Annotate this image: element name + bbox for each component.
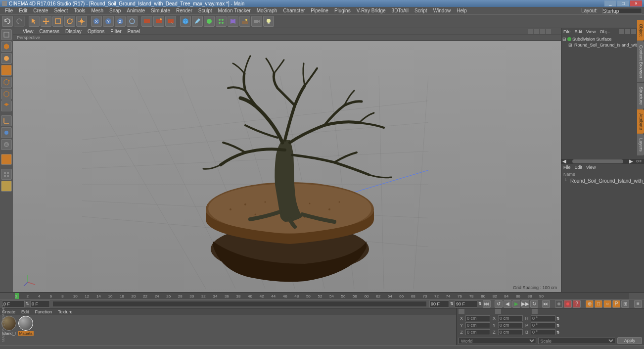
menu-help[interactable]: Help [454,8,470,13]
array-button[interactable] [216,16,227,27]
timeline[interactable]: 0246810121416182022242628303234363840424… [0,292,644,299]
vp-menu-panel[interactable]: Panel [128,29,140,34]
menu-animate[interactable]: Animate [124,8,148,13]
menu-mesh[interactable]: Mesh [89,8,106,13]
coord-world-select[interactable]: World [459,338,536,344]
y-axis-button[interactable]: Y [103,16,114,27]
menu-3dtoall[interactable]: 3DToAll [389,8,412,13]
coord-scale-select[interactable]: Scale [538,338,616,344]
layer-tab-edit[interactable]: Edit [575,165,583,170]
record-button[interactable] [555,300,563,308]
close-button[interactable]: × [630,0,642,6]
menu-snap[interactable]: Snap [106,8,124,13]
menu-window[interactable]: Window [430,8,454,13]
obj-tab-edit[interactable]: Edit [575,29,583,34]
coord-field[interactable] [465,322,490,328]
goto-end-button[interactable]: ⏭ [542,300,550,308]
next-key-button[interactable]: ↻ [530,300,538,308]
frame-end-field[interactable] [429,300,449,307]
spinner-icon[interactable]: ⇅ [556,330,561,335]
snap-button[interactable]: S [1,139,12,150]
vp-menu-cameras[interactable]: Cameras [40,29,60,34]
mat-tab-function[interactable]: Function [35,309,52,314]
side-tab-layers[interactable]: Layers [637,134,644,155]
side-tab-structure[interactable]: Structure [637,83,644,109]
home-icon[interactable] [625,29,630,34]
coord-field[interactable] [465,315,490,321]
menu-simulate[interactable]: Simulate [148,8,173,13]
menu-mograph[interactable]: MoGraph [254,8,280,13]
light-button[interactable] [263,16,274,27]
key-pos-button[interactable]: ⊕ [586,300,594,308]
frame-current-field[interactable] [30,300,50,307]
render-picture-button[interactable] [153,16,164,27]
spinner-icon[interactable]: ⇅ [556,316,561,321]
prev-key-button[interactable]: ↺ [495,300,503,308]
layout-select[interactable]: Startup [602,8,642,14]
object-item-island[interactable]: ⊞ Round_Soil_Ground_Island_with_Dead [562,42,643,48]
coord-field[interactable] [531,315,555,321]
menu-tools[interactable]: Tools [71,8,88,13]
render-view-button[interactable] [141,16,152,27]
redo-button[interactable] [14,16,25,27]
z-axis-button[interactable]: Z [115,16,126,27]
cube-primitive-button[interactable] [180,16,191,27]
workplane-button[interactable] [1,65,12,76]
coord-mode-tab[interactable] [459,309,464,314]
search-icon[interactable] [619,29,624,34]
object-tree[interactable]: ⊟ Subdivision Surface ⊞ Round_Soil_Groun… [561,35,644,159]
locked-workplane-button[interactable] [1,181,12,192]
key-rot-button[interactable]: ○ [603,300,611,308]
obj-tab-view[interactable]: View [586,29,596,34]
live-select-tool[interactable] [29,16,40,27]
layer-tab-file[interactable]: File [563,165,571,170]
viewport-3d[interactable]: Grid Spacing : 100 cm [13,41,561,292]
vp-menu-view[interactable]: View [23,29,34,34]
viewport-solo-button[interactable] [1,169,12,180]
menu-render[interactable]: Render [173,8,195,13]
menu-edit[interactable]: Edit [16,8,30,13]
make-editable-button[interactable] [1,29,12,40]
key-scale-button[interactable]: □ [595,300,602,308]
menu-sculpt[interactable]: Sculpt [195,8,215,13]
menu-file[interactable]: File [2,8,16,13]
vp-menu-filter[interactable]: Filter [110,29,121,34]
vp-menu-display[interactable]: Display [65,29,82,34]
vp-menu-options[interactable]: Options [88,29,104,34]
pen-tool-button[interactable] [192,16,203,27]
coord-system-button[interactable] [127,16,138,27]
keyframe-sel-button[interactable]: ? [573,300,581,308]
menu-script[interactable]: Script [412,8,430,13]
polygon-mode-button[interactable] [1,100,12,111]
obj-tab-obj[interactable]: Obj... [599,29,610,34]
rotate-tool[interactable] [64,16,75,27]
layer-item[interactable]: └ Round_Soil_Ground_Island_with_Dead [561,178,644,184]
coord-mode-tab[interactable] [532,309,538,314]
key-pla-button[interactable]: ⊞ [621,300,629,308]
side-tab-content[interactable]: Content Browser [637,41,644,82]
key-param-button[interactable]: P [612,300,620,308]
menu-character[interactable]: Character [280,8,308,13]
scrollbar-h[interactable]: ◀▶0 F [561,159,644,164]
coord-field[interactable] [498,322,523,328]
coord-field[interactable] [498,329,523,335]
next-frame-button[interactable]: ▶▶ [521,300,529,308]
apply-button[interactable]: Apply [617,337,642,344]
autokey-button[interactable] [564,300,572,308]
goto-start-button[interactable]: ⏮ [483,300,491,308]
model-mode-button[interactable] [1,41,12,52]
environment-button[interactable] [239,16,250,27]
object-item-subdivision[interactable]: ⊟ Subdivision Surface [562,36,643,42]
edge-mode-button[interactable] [1,89,12,100]
vp-nav-icon[interactable] [540,29,545,34]
prev-frame-button[interactable]: ◀ [504,300,511,308]
vp-nav-icon[interactable] [528,29,533,34]
last-tool[interactable] [76,16,87,27]
coord-mode-tab[interactable] [495,309,501,314]
point-mode-button[interactable] [1,77,12,88]
x-axis-button[interactable]: X [91,16,102,27]
menu-plugins[interactable]: Plugins [331,8,354,13]
side-tab-attribute[interactable]: Attribute [637,109,644,134]
scale-tool[interactable] [52,16,63,27]
coord-field[interactable] [531,322,555,328]
